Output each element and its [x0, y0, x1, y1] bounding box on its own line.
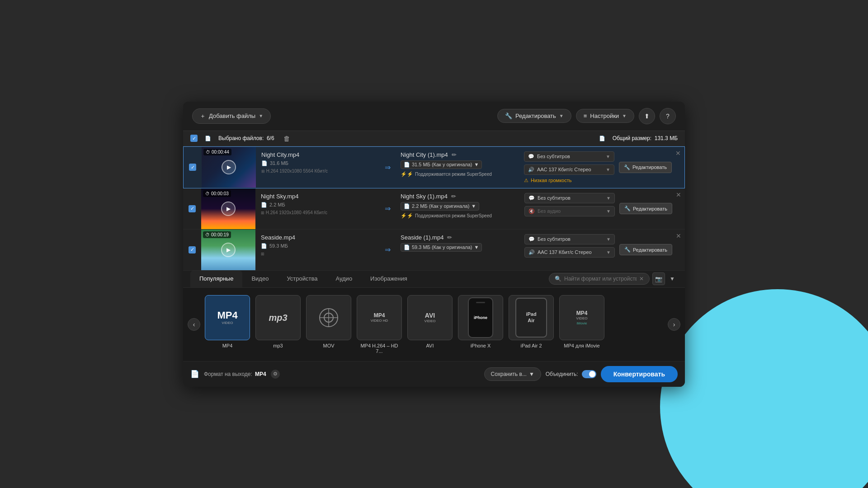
format-card-mp4[interactable]: MP4 VIDEO — [205, 295, 250, 340]
format-search-input[interactable] — [564, 276, 637, 282]
format-item-mp3[interactable]: mp3 mp3 — [255, 295, 301, 354]
output-size-select-1[interactable]: 📄 31.5 МБ (Как у оригинала) ▼ — [401, 160, 482, 169]
file-item-1: ✓ ⏱00:00:44 ▶ Night City.mp4 📄 31.6 МБ ⊞… — [183, 146, 685, 188]
play-button-3[interactable]: ▶ — [221, 243, 236, 257]
help-button[interactable]: ? — [660, 108, 676, 124]
search-icon: 🔍 — [555, 276, 561, 282]
settings-dropdown-icon: ▼ — [622, 113, 627, 118]
wrench-icon: 🔧 — [505, 113, 512, 119]
output-size-select-3[interactable]: 📄 59.3 МБ (Как у оригинала) ▼ — [401, 243, 482, 252]
edit-label: Редактировать — [515, 113, 556, 119]
tab-video[interactable]: Видео — [242, 271, 278, 287]
settings-button[interactable]: ≡ Настройки ▼ — [576, 109, 634, 123]
output-info-3: Seaside (1).mp4 ✏ 📄 59.3 МБ (Как у ориги… — [395, 230, 520, 270]
file-info-3: Seaside.mp4 📄 59.3 МБ ⊞ — [255, 230, 380, 270]
format-item-iphone[interactable]: iPhone iPhone X — [458, 295, 503, 354]
edit-file-button-1[interactable]: 🔧 Редактировать — [619, 162, 672, 173]
edit-file-button-2[interactable]: 🔧 Редактировать — [619, 203, 672, 214]
low-volume-warning-1: ⚠ Низкая громкость — [524, 178, 614, 183]
edit-button[interactable]: 🔧 Редактировать ▼ — [497, 109, 571, 123]
tab-popular[interactable]: Популярные — [190, 271, 242, 287]
file-thumbnail-2[interactable]: ⏱00:00:03 ▶ — [201, 188, 255, 229]
play-button-1[interactable]: ▶ — [222, 160, 236, 174]
output-info-2: Night Sky (1).mp4 ✏ 📄 2.2 МБ (Как у ориг… — [395, 188, 520, 229]
format-search-box[interactable]: 🔍 ✕ — [549, 273, 650, 285]
audio-select-1[interactable]: 🔊 ААС 137 Кбит/с Стерео ▼ — [524, 164, 614, 175]
clear-search-icon[interactable]: ✕ — [639, 276, 644, 282]
subtitle-select-3[interactable]: 💬 Без субтитров ▼ — [524, 234, 615, 244]
edit-name-icon-2[interactable]: ✏ — [451, 193, 456, 200]
add-files-label: Добавить файлы — [209, 113, 255, 119]
add-files-button[interactable]: ＋ Добавить файлы ▼ — [192, 108, 271, 124]
subtitle-select-1[interactable]: 💬 Без субтитров ▼ — [524, 151, 614, 162]
total-size-label: Общий размер: — [613, 135, 651, 141]
total-size-info: Общий размер: 131.3 МБ — [613, 135, 678, 141]
output-name-1: Night City (1).mp4 — [401, 151, 448, 158]
avi-logo: AVI VIDEO — [425, 312, 436, 323]
close-file-1[interactable]: ✕ — [675, 150, 681, 157]
output-settings-icon[interactable]: ⚙ — [271, 370, 280, 379]
format-item-avi[interactable]: AVI VIDEO AVI — [407, 295, 453, 354]
convert-arrow-1: ⇒ — [380, 147, 395, 188]
save-to-button[interactable]: Сохранить в... ▼ — [484, 367, 541, 381]
file-name-2: Night Sky.mp4 — [261, 193, 375, 200]
file-info-1: Night City.mp4 📄 31.6 МБ ⊞ H.264 1920x10… — [256, 147, 380, 188]
file-right-section-2: 🔧 Редактировать — [619, 188, 685, 229]
output-icon: 📄 — [190, 370, 199, 378]
format-items: MP4 VIDEO MP4 mp3 mp3 — [205, 295, 663, 354]
output-format-label: Формат на выходе: — [204, 371, 252, 377]
format-item-mp4[interactable]: MP4 VIDEO MP4 — [205, 295, 250, 354]
tab-audio[interactable]: Аудио — [326, 271, 361, 287]
format-item-mp4hd[interactable]: MP4 VIDEO HD MP4 H.264 – HD 7... — [357, 295, 402, 354]
collapse-panel-button[interactable]: ▼ — [667, 273, 678, 284]
trash-icon[interactable]: 🗑 — [283, 135, 290, 142]
format-card-ipadair2[interactable]: iPadAir — [509, 295, 554, 340]
convert-button[interactable]: Конвертировать — [601, 366, 678, 382]
camera-icon: 📷 — [655, 276, 662, 282]
format-grid-next[interactable]: › — [668, 318, 680, 331]
edit-name-icon-3[interactable]: ✏ — [447, 234, 452, 241]
tab-devices[interactable]: Устройства — [278, 271, 326, 287]
format-item-mov[interactable]: MOV — [306, 295, 351, 354]
format-item-ipadair2[interactable]: iPadAir iPad Air 2 — [509, 295, 554, 354]
file-checkbox-2[interactable]: ✓ — [183, 188, 201, 229]
format-label-mp4: MP4 — [222, 343, 233, 348]
output-info-1: Night City (1).mp4 ✏ 📄 31.5 МБ (Как у ор… — [395, 147, 519, 188]
file-thumbnail-1[interactable]: ⏱00:00:44 ▶ — [202, 147, 256, 188]
mp4imovie-logo: MP4 VIDEO iMovie — [576, 310, 588, 325]
superspeed-2: ⚡⚡ Поддерживается режим SuperSpeed — [401, 213, 514, 219]
output-size-select-2[interactable]: 📄 2.2 МБ (Как у оригинала) ▼ — [401, 202, 479, 211]
format-card-mp4imovie[interactable]: MP4 VIDEO iMovie — [559, 295, 604, 340]
file-codec-2: ⊞ H.264 868x488 4954 Кбит/с — [261, 210, 375, 215]
capture-button[interactable]: 📷 — [652, 272, 665, 285]
format-card-mov[interactable] — [306, 295, 351, 340]
mp4-sub: VIDEO — [222, 321, 233, 325]
file-name-1: Night City.mp4 — [261, 151, 375, 158]
ipad-device-icon: iPadAir — [515, 298, 547, 338]
file-thumbnail-3[interactable]: ⏱00:00:19 ▶ — [201, 230, 255, 270]
selected-count: 6/6 — [267, 135, 274, 141]
tab-images[interactable]: Изображения — [361, 271, 416, 287]
edit-file-button-3[interactable]: 🔧 Редактировать — [619, 244, 672, 255]
file-size-2: 📄 2.2 МБ — [261, 202, 375, 208]
format-card-avi[interactable]: AVI VIDEO — [407, 295, 453, 340]
close-file-2[interactable]: ✕ — [676, 191, 681, 198]
file-checkbox-1[interactable]: ✓ — [184, 147, 202, 188]
format-card-mp3[interactable]: mp3 — [255, 295, 301, 340]
edit-name-icon-1[interactable]: ✏ — [452, 151, 457, 158]
audio-select-2[interactable]: 🔇 Без аудио ▼ — [524, 206, 615, 216]
share-button[interactable]: ⬆ — [639, 108, 655, 124]
play-button-2[interactable]: ▶ — [221, 202, 236, 216]
file-right-section-3: 🔧 Редактировать — [619, 230, 685, 270]
select-all-checkbox[interactable]: ✓ — [190, 135, 198, 142]
file-checkbox-3[interactable]: ✓ — [183, 230, 201, 270]
format-grid-prev[interactable]: ‹ — [188, 318, 200, 331]
audio-select-3[interactable]: 🔊 ААС 137 Кбит/с Стерео ▼ — [524, 247, 615, 258]
close-file-3[interactable]: ✕ — [676, 232, 681, 239]
convert-arrow-3: ⇒ — [380, 230, 395, 270]
format-card-iphone[interactable]: iPhone — [458, 295, 503, 340]
format-item-mp4imovie[interactable]: MP4 VIDEO iMovie MP4 для iMovie — [559, 295, 604, 354]
subtitle-select-2[interactable]: 💬 Без субтитров ▼ — [524, 193, 615, 203]
format-card-mp4hd[interactable]: MP4 VIDEO HD — [357, 295, 402, 340]
merge-toggle[interactable] — [582, 370, 596, 378]
